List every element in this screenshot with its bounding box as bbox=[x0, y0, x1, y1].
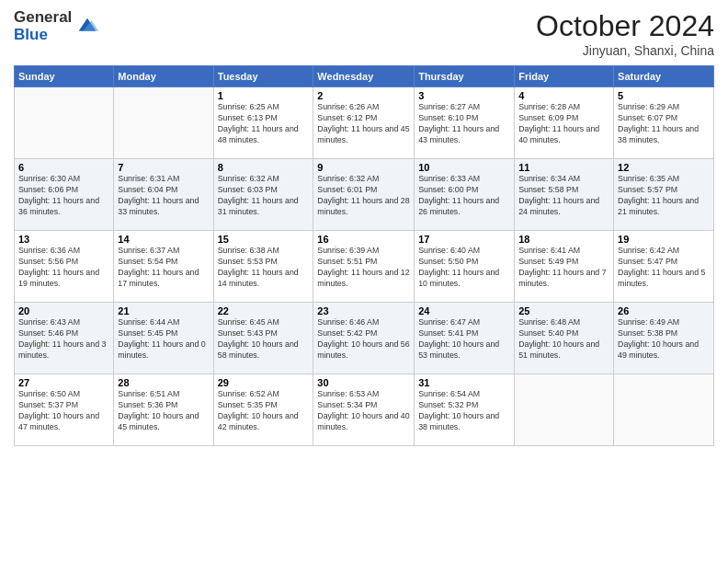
day-number: 15 bbox=[218, 234, 310, 245]
day-info: Sunrise: 6:49 AM Sunset: 5:38 PM Dayligh… bbox=[618, 317, 710, 362]
day-number: 7 bbox=[118, 162, 209, 173]
day-number: 4 bbox=[518, 90, 609, 101]
day-number: 12 bbox=[618, 162, 710, 173]
col-friday: Friday bbox=[515, 66, 614, 87]
day-info: Sunrise: 6:32 AM Sunset: 6:01 PM Dayligh… bbox=[317, 174, 410, 218]
day-info: Sunrise: 6:30 AM Sunset: 6:06 PM Dayligh… bbox=[18, 174, 109, 218]
logo-blue: Blue bbox=[14, 27, 72, 44]
day-number: 6 bbox=[18, 162, 109, 173]
table-row: 26Sunrise: 6:49 AM Sunset: 5:38 PM Dayli… bbox=[614, 303, 714, 374]
calendar-header-row: Sunday Monday Tuesday Wednesday Thursday… bbox=[15, 66, 714, 87]
day-number: 5 bbox=[618, 90, 710, 101]
table-row: 3Sunrise: 6:27 AM Sunset: 6:10 PM Daylig… bbox=[415, 87, 515, 159]
col-sunday: Sunday bbox=[15, 66, 114, 87]
table-row: 30Sunrise: 6:53 AM Sunset: 5:34 PM Dayli… bbox=[313, 374, 415, 446]
day-info: Sunrise: 6:53 AM Sunset: 5:34 PM Dayligh… bbox=[317, 389, 410, 433]
table-row: 21Sunrise: 6:44 AM Sunset: 5:45 PM Dayli… bbox=[114, 303, 213, 374]
day-info: Sunrise: 6:47 AM Sunset: 5:41 PM Dayligh… bbox=[418, 317, 510, 362]
table-row bbox=[114, 87, 213, 159]
table-row: 5Sunrise: 6:29 AM Sunset: 6:07 PM Daylig… bbox=[614, 87, 714, 159]
day-number: 20 bbox=[18, 305, 109, 316]
day-info: Sunrise: 6:48 AM Sunset: 5:40 PM Dayligh… bbox=[518, 317, 609, 362]
day-number: 11 bbox=[518, 162, 609, 173]
day-info: Sunrise: 6:35 AM Sunset: 5:57 PM Dayligh… bbox=[618, 174, 710, 218]
day-info: Sunrise: 6:40 AM Sunset: 5:50 PM Dayligh… bbox=[418, 246, 510, 290]
table-row: 13Sunrise: 6:36 AM Sunset: 5:56 PM Dayli… bbox=[15, 231, 114, 303]
day-info: Sunrise: 6:31 AM Sunset: 6:04 PM Dayligh… bbox=[118, 174, 209, 218]
day-info: Sunrise: 6:26 AM Sunset: 6:12 PM Dayligh… bbox=[317, 102, 410, 146]
table-row: 15Sunrise: 6:38 AM Sunset: 5:53 PM Dayli… bbox=[213, 231, 313, 303]
day-number: 19 bbox=[618, 234, 710, 245]
day-number: 28 bbox=[118, 377, 209, 388]
day-number: 29 bbox=[218, 377, 310, 388]
table-row: 10Sunrise: 6:33 AM Sunset: 6:00 PM Dayli… bbox=[415, 159, 515, 231]
table-row: 24Sunrise: 6:47 AM Sunset: 5:41 PM Dayli… bbox=[415, 303, 515, 374]
day-number: 13 bbox=[18, 234, 109, 245]
table-row: 4Sunrise: 6:28 AM Sunset: 6:09 PM Daylig… bbox=[515, 87, 614, 159]
calendar-week-row: 20Sunrise: 6:43 AM Sunset: 5:46 PM Dayli… bbox=[15, 303, 714, 374]
day-info: Sunrise: 6:50 AM Sunset: 5:37 PM Dayligh… bbox=[18, 389, 109, 433]
table-row: 12Sunrise: 6:35 AM Sunset: 5:57 PM Dayli… bbox=[614, 159, 714, 231]
table-row: 8Sunrise: 6:32 AM Sunset: 6:03 PM Daylig… bbox=[213, 159, 313, 231]
day-number: 27 bbox=[18, 377, 109, 388]
day-info: Sunrise: 6:54 AM Sunset: 5:32 PM Dayligh… bbox=[418, 389, 510, 433]
calendar-week-row: 6Sunrise: 6:30 AM Sunset: 6:06 PM Daylig… bbox=[15, 159, 714, 231]
day-number: 10 bbox=[418, 162, 510, 173]
table-row bbox=[614, 374, 714, 446]
calendar-week-row: 27Sunrise: 6:50 AM Sunset: 5:37 PM Dayli… bbox=[15, 374, 714, 446]
day-info: Sunrise: 6:51 AM Sunset: 5:36 PM Dayligh… bbox=[118, 389, 209, 433]
table-row bbox=[515, 374, 614, 446]
table-row: 18Sunrise: 6:41 AM Sunset: 5:49 PM Dayli… bbox=[515, 231, 614, 303]
day-info: Sunrise: 6:36 AM Sunset: 5:56 PM Dayligh… bbox=[18, 246, 109, 290]
day-number: 30 bbox=[317, 377, 410, 388]
table-row: 20Sunrise: 6:43 AM Sunset: 5:46 PM Dayli… bbox=[15, 303, 114, 374]
day-number: 31 bbox=[418, 377, 510, 388]
day-info: Sunrise: 6:37 AM Sunset: 5:54 PM Dayligh… bbox=[118, 246, 209, 290]
day-info: Sunrise: 6:43 AM Sunset: 5:46 PM Dayligh… bbox=[18, 317, 109, 362]
table-row bbox=[15, 87, 114, 159]
col-monday: Monday bbox=[114, 66, 213, 87]
day-number: 21 bbox=[118, 305, 209, 316]
table-row: 17Sunrise: 6:40 AM Sunset: 5:50 PM Dayli… bbox=[415, 231, 515, 303]
table-row: 31Sunrise: 6:54 AM Sunset: 5:32 PM Dayli… bbox=[415, 374, 515, 446]
table-row: 6Sunrise: 6:30 AM Sunset: 6:06 PM Daylig… bbox=[15, 159, 114, 231]
day-info: Sunrise: 6:46 AM Sunset: 5:42 PM Dayligh… bbox=[317, 317, 410, 362]
day-info: Sunrise: 6:38 AM Sunset: 5:53 PM Dayligh… bbox=[218, 246, 310, 290]
day-info: Sunrise: 6:34 AM Sunset: 5:58 PM Dayligh… bbox=[518, 174, 609, 218]
day-number: 26 bbox=[618, 305, 710, 316]
day-number: 14 bbox=[118, 234, 209, 245]
day-info: Sunrise: 6:44 AM Sunset: 5:45 PM Dayligh… bbox=[118, 317, 209, 362]
table-row: 16Sunrise: 6:39 AM Sunset: 5:51 PM Dayli… bbox=[313, 231, 415, 303]
day-number: 16 bbox=[317, 234, 410, 245]
table-row: 2Sunrise: 6:26 AM Sunset: 6:12 PM Daylig… bbox=[313, 87, 415, 159]
day-number: 23 bbox=[317, 305, 410, 316]
calendar-table: Sunday Monday Tuesday Wednesday Thursday… bbox=[14, 65, 714, 446]
table-row: 22Sunrise: 6:45 AM Sunset: 5:43 PM Dayli… bbox=[213, 303, 313, 374]
col-saturday: Saturday bbox=[614, 66, 714, 87]
day-info: Sunrise: 6:27 AM Sunset: 6:10 PM Dayligh… bbox=[418, 102, 510, 146]
day-number: 3 bbox=[418, 90, 510, 101]
day-info: Sunrise: 6:39 AM Sunset: 5:51 PM Dayligh… bbox=[317, 246, 410, 290]
header: General Blue October 2024 Jinyuan, Shanx… bbox=[14, 9, 714, 58]
day-number: 1 bbox=[218, 90, 310, 101]
day-info: Sunrise: 6:28 AM Sunset: 6:09 PM Dayligh… bbox=[518, 102, 609, 146]
location: Jinyuan, Shanxi, China bbox=[536, 43, 714, 58]
page-container: General Blue October 2024 Jinyuan, Shanx… bbox=[0, 0, 728, 563]
day-info: Sunrise: 6:29 AM Sunset: 6:07 PM Dayligh… bbox=[618, 102, 710, 146]
title-block: October 2024 Jinyuan, Shanxi, China bbox=[536, 9, 714, 58]
day-number: 18 bbox=[518, 234, 609, 245]
table-row: 29Sunrise: 6:52 AM Sunset: 5:35 PM Dayli… bbox=[213, 374, 313, 446]
table-row: 7Sunrise: 6:31 AM Sunset: 6:04 PM Daylig… bbox=[114, 159, 213, 231]
logo-general: General bbox=[14, 9, 72, 27]
logo-icon bbox=[74, 14, 100, 40]
day-number: 9 bbox=[317, 162, 410, 173]
table-row: 9Sunrise: 6:32 AM Sunset: 6:01 PM Daylig… bbox=[313, 159, 415, 231]
table-row: 19Sunrise: 6:42 AM Sunset: 5:47 PM Dayli… bbox=[614, 231, 714, 303]
table-row: 14Sunrise: 6:37 AM Sunset: 5:54 PM Dayli… bbox=[114, 231, 213, 303]
calendar-week-row: 13Sunrise: 6:36 AM Sunset: 5:56 PM Dayli… bbox=[15, 231, 714, 303]
table-row: 28Sunrise: 6:51 AM Sunset: 5:36 PM Dayli… bbox=[114, 374, 213, 446]
col-thursday: Thursday bbox=[415, 66, 515, 87]
table-row: 23Sunrise: 6:46 AM Sunset: 5:42 PM Dayli… bbox=[313, 303, 415, 374]
table-row: 25Sunrise: 6:48 AM Sunset: 5:40 PM Dayli… bbox=[515, 303, 614, 374]
table-row: 1Sunrise: 6:25 AM Sunset: 6:13 PM Daylig… bbox=[213, 87, 313, 159]
